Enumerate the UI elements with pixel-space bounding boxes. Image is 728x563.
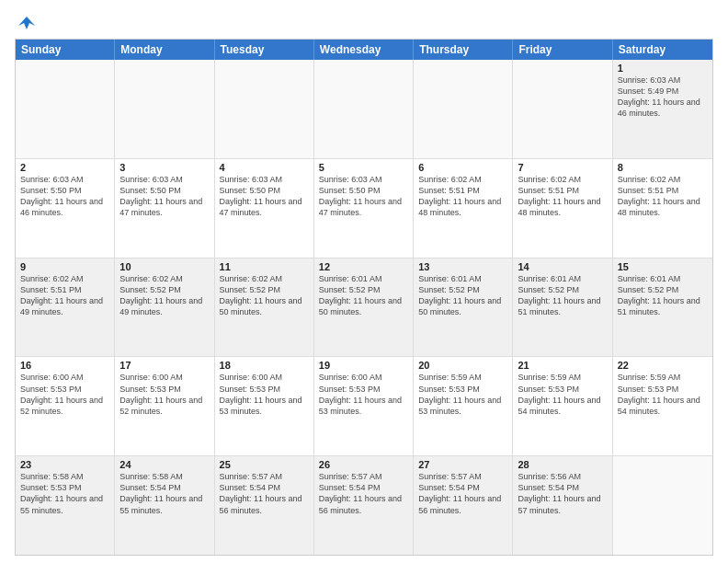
calendar-day-cell <box>414 60 513 158</box>
calendar-day-cell: 25Sunrise: 5:57 AM Sunset: 5:54 PM Dayli… <box>215 456 314 555</box>
day-info: Sunrise: 5:57 AM Sunset: 5:54 PM Dayligh… <box>319 471 408 516</box>
page: SundayMondayTuesdayWednesdayThursdayFrid… <box>0 0 728 563</box>
day-number: 10 <box>119 261 209 272</box>
calendar-day-cell: 23Sunrise: 5:58 AM Sunset: 5:53 PM Dayli… <box>16 456 115 555</box>
day-number: 23 <box>20 459 109 470</box>
day-info: Sunrise: 6:03 AM Sunset: 5:49 PM Dayligh… <box>618 75 708 120</box>
day-info: Sunrise: 6:00 AM Sunset: 5:53 PM Dayligh… <box>119 372 209 417</box>
day-number: 2 <box>20 162 109 173</box>
calendar: SundayMondayTuesdayWednesdayThursdayFrid… <box>15 39 713 556</box>
day-number: 20 <box>418 360 507 371</box>
day-number: 26 <box>319 459 408 470</box>
day-info: Sunrise: 6:02 AM Sunset: 5:51 PM Dayligh… <box>418 174 507 219</box>
calendar-day-cell: 17Sunrise: 6:00 AM Sunset: 5:53 PM Dayli… <box>115 357 214 455</box>
day-of-week-header: Monday <box>115 40 214 60</box>
day-info: Sunrise: 6:03 AM Sunset: 5:50 PM Dayligh… <box>20 174 109 219</box>
day-number: 18 <box>220 360 309 371</box>
calendar-day-cell: 4Sunrise: 6:03 AM Sunset: 5:50 PM Daylig… <box>215 159 314 258</box>
calendar-day-cell: 21Sunrise: 5:59 AM Sunset: 5:53 PM Dayli… <box>513 357 612 455</box>
day-info: Sunrise: 5:59 AM Sunset: 5:53 PM Dayligh… <box>518 372 607 417</box>
day-info: Sunrise: 5:58 AM Sunset: 5:53 PM Dayligh… <box>20 471 109 516</box>
calendar-day-cell <box>314 60 414 158</box>
day-info: Sunrise: 6:02 AM Sunset: 5:51 PM Dayligh… <box>518 174 607 219</box>
calendar-day-cell: 22Sunrise: 5:59 AM Sunset: 5:53 PM Dayli… <box>613 357 712 455</box>
calendar-week-row: 23Sunrise: 5:58 AM Sunset: 5:53 PM Dayli… <box>16 456 712 555</box>
calendar-day-cell: 15Sunrise: 6:01 AM Sunset: 5:52 PM Dayli… <box>613 259 712 357</box>
day-number: 5 <box>319 162 408 173</box>
calendar-day-cell: 18Sunrise: 6:00 AM Sunset: 5:53 PM Dayli… <box>215 357 314 455</box>
day-number: 14 <box>518 261 607 272</box>
calendar-day-cell: 16Sunrise: 6:00 AM Sunset: 5:53 PM Dayli… <box>16 357 115 455</box>
calendar-week-row: 2Sunrise: 6:03 AM Sunset: 5:50 PM Daylig… <box>16 159 712 259</box>
calendar-day-cell: 27Sunrise: 5:57 AM Sunset: 5:54 PM Dayli… <box>414 456 513 555</box>
calendar-day-cell: 12Sunrise: 6:01 AM Sunset: 5:52 PM Dayli… <box>314 259 414 357</box>
day-info: Sunrise: 5:57 AM Sunset: 5:54 PM Dayligh… <box>418 471 507 516</box>
day-number: 22 <box>618 360 708 371</box>
day-info: Sunrise: 5:59 AM Sunset: 5:53 PM Dayligh… <box>618 372 708 417</box>
calendar-day-cell: 9Sunrise: 6:02 AM Sunset: 5:51 PM Daylig… <box>16 259 115 357</box>
calendar-day-cell: 20Sunrise: 5:59 AM Sunset: 5:53 PM Dayli… <box>414 357 513 455</box>
day-info: Sunrise: 6:01 AM Sunset: 5:52 PM Dayligh… <box>319 273 408 318</box>
calendar-day-cell: 19Sunrise: 6:00 AM Sunset: 5:53 PM Dayli… <box>314 357 414 455</box>
day-of-week-header: Sunday <box>16 40 115 60</box>
calendar-day-cell: 10Sunrise: 6:02 AM Sunset: 5:52 PM Dayli… <box>115 259 214 357</box>
day-number: 15 <box>618 261 708 272</box>
calendar-day-cell: 7Sunrise: 6:02 AM Sunset: 5:51 PM Daylig… <box>513 159 612 258</box>
day-info: Sunrise: 6:00 AM Sunset: 5:53 PM Dayligh… <box>20 372 109 417</box>
calendar-day-cell: 24Sunrise: 5:58 AM Sunset: 5:54 PM Dayli… <box>115 456 214 555</box>
calendar-day-cell: 13Sunrise: 6:01 AM Sunset: 5:52 PM Dayli… <box>414 259 513 357</box>
day-number: 8 <box>618 162 708 173</box>
day-info: Sunrise: 5:57 AM Sunset: 5:54 PM Dayligh… <box>220 471 309 516</box>
logo <box>15 15 37 33</box>
day-info: Sunrise: 6:03 AM Sunset: 5:50 PM Dayligh… <box>319 174 408 219</box>
day-number: 6 <box>418 162 507 173</box>
day-info: Sunrise: 6:02 AM Sunset: 5:52 PM Dayligh… <box>119 273 209 318</box>
day-of-week-header: Thursday <box>414 40 513 60</box>
day-info: Sunrise: 6:00 AM Sunset: 5:53 PM Dayligh… <box>220 372 309 417</box>
day-of-week-header: Wednesday <box>314 40 414 60</box>
day-number: 13 <box>418 261 507 272</box>
day-of-week-header: Saturday <box>613 40 712 60</box>
day-info: Sunrise: 6:01 AM Sunset: 5:52 PM Dayligh… <box>518 273 607 318</box>
calendar-day-cell <box>16 60 115 158</box>
day-number: 7 <box>518 162 607 173</box>
calendar-day-cell <box>513 60 612 158</box>
day-info: Sunrise: 5:59 AM Sunset: 5:53 PM Dayligh… <box>418 372 507 417</box>
day-of-week-header: Friday <box>513 40 612 60</box>
header <box>15 11 713 33</box>
day-info: Sunrise: 5:56 AM Sunset: 5:54 PM Dayligh… <box>518 471 607 516</box>
day-number: 17 <box>119 360 209 371</box>
calendar-week-row: 9Sunrise: 6:02 AM Sunset: 5:51 PM Daylig… <box>16 259 712 358</box>
calendar-day-cell: 6Sunrise: 6:02 AM Sunset: 5:51 PM Daylig… <box>414 159 513 258</box>
calendar-day-cell: 8Sunrise: 6:02 AM Sunset: 5:51 PM Daylig… <box>613 159 712 258</box>
day-number: 11 <box>220 261 309 272</box>
calendar-day-cell: 5Sunrise: 6:03 AM Sunset: 5:50 PM Daylig… <box>314 159 414 258</box>
day-info: Sunrise: 6:02 AM Sunset: 5:51 PM Dayligh… <box>20 273 109 318</box>
calendar-day-cell <box>613 456 712 555</box>
day-info: Sunrise: 6:01 AM Sunset: 5:52 PM Dayligh… <box>418 273 507 318</box>
day-number: 28 <box>518 459 607 470</box>
day-of-week-header: Tuesday <box>215 40 314 60</box>
day-number: 16 <box>20 360 109 371</box>
day-number: 1 <box>618 63 708 74</box>
svg-marker-0 <box>18 17 35 29</box>
day-number: 19 <box>319 360 408 371</box>
calendar-day-cell: 2Sunrise: 6:03 AM Sunset: 5:50 PM Daylig… <box>16 159 115 258</box>
day-number: 21 <box>518 360 607 371</box>
day-number: 27 <box>418 459 507 470</box>
calendar-day-cell <box>215 60 314 158</box>
day-info: Sunrise: 6:02 AM Sunset: 5:52 PM Dayligh… <box>220 273 309 318</box>
day-info: Sunrise: 6:03 AM Sunset: 5:50 PM Dayligh… <box>220 174 309 219</box>
day-info: Sunrise: 5:58 AM Sunset: 5:54 PM Dayligh… <box>119 471 209 516</box>
calendar-header: SundayMondayTuesdayWednesdayThursdayFrid… <box>16 40 712 60</box>
calendar-day-cell: 11Sunrise: 6:02 AM Sunset: 5:52 PM Dayli… <box>215 259 314 357</box>
calendar-body: 1Sunrise: 6:03 AM Sunset: 5:49 PM Daylig… <box>16 60 712 555</box>
day-info: Sunrise: 6:02 AM Sunset: 5:51 PM Dayligh… <box>618 174 708 219</box>
day-info: Sunrise: 6:01 AM Sunset: 5:52 PM Dayligh… <box>618 273 708 318</box>
calendar-day-cell: 3Sunrise: 6:03 AM Sunset: 5:50 PM Daylig… <box>115 159 214 258</box>
calendar-week-row: 1Sunrise: 6:03 AM Sunset: 5:49 PM Daylig… <box>16 60 712 159</box>
calendar-day-cell: 26Sunrise: 5:57 AM Sunset: 5:54 PM Dayli… <box>314 456 414 555</box>
calendar-day-cell: 28Sunrise: 5:56 AM Sunset: 5:54 PM Dayli… <box>513 456 612 555</box>
calendar-day-cell: 14Sunrise: 6:01 AM Sunset: 5:52 PM Dayli… <box>513 259 612 357</box>
day-number: 12 <box>319 261 408 272</box>
